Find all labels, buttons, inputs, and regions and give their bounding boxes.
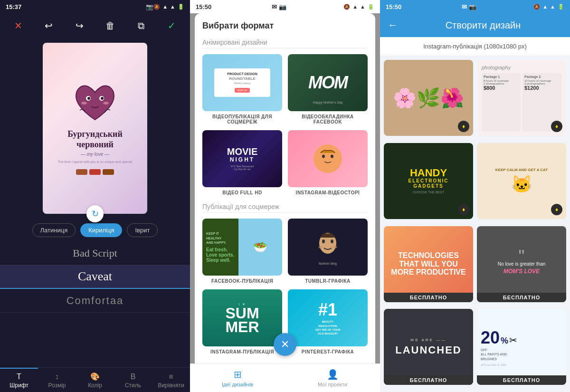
- deco-item-1: [76, 169, 87, 175]
- font-item-comfortaa[interactable]: Comfortaa: [0, 289, 190, 313]
- format-thumb-fb: KEEP IT HEALTHYAND HAPPY. Eat fresh.Love…: [202, 219, 282, 276]
- design-canvas[interactable]: Бургундський червоний — my love — The ti…: [43, 43, 147, 214]
- close-button[interactable]: ✕: [10, 17, 27, 34]
- format-label-tumblr: TUMBLR-ГРАФІКА: [305, 278, 351, 284]
- free-badge-20off: БЕСПЛАТНО: [477, 375, 566, 385]
- status-icons-1: 🔕 ▲ ▲ 🔋: [153, 4, 184, 10]
- canvas-sub-text: — my love —: [81, 152, 109, 157]
- format-thumb-tumblr: fashion blog: [288, 219, 368, 276]
- delete-button[interactable]: 🗑: [102, 17, 119, 34]
- status-icons-2: 🔕 ▲ ▲ 🔋: [343, 4, 374, 10]
- nav1-font[interactable]: T Шрифт: [0, 368, 38, 392]
- format-label-fullhd: ВІДЕО FULL HD: [222, 190, 262, 195]
- format-thumb-summer: I ♥ SUMMER: [202, 289, 282, 346]
- confirm-button[interactable]: ✓: [163, 17, 180, 34]
- svg-point-7: [322, 154, 325, 158]
- template-launched[interactable]: WE ARE —— LAUNCHED БЕСПЛАТНО: [384, 309, 473, 385]
- back-button[interactable]: ←: [388, 19, 398, 31]
- status-bar-1: 15:37 📷 🔕 ▲ ▲ 🔋: [0, 0, 190, 13]
- nav1-color[interactable]: 🎨 Колір: [76, 368, 114, 392]
- modal-overlay: Вибрати формат Анімировані дизайни PRODU…: [190, 13, 380, 363]
- font-item-caveat[interactable]: Caveat: [0, 265, 190, 289]
- template-cat[interactable]: KEEP CALM AND GET A Cat 🐱 ♦: [477, 143, 566, 219]
- refresh-button[interactable]: ↻: [86, 205, 104, 222]
- font-list: Bad Script Caveat Comfortaa: [0, 241, 190, 367]
- template-flowers[interactable]: 🌸🌿🌺 ♦: [384, 60, 473, 136]
- nav2-ideas[interactable]: ⊞ Ідеї дизайнів: [190, 364, 285, 392]
- nav1-size[interactable]: ↕ Розмір: [38, 368, 76, 392]
- tab-latin[interactable]: Латиниця: [32, 223, 76, 237]
- premium-badge-photo: ♦: [551, 121, 562, 132]
- status-time-3: 15:50: [386, 3, 401, 10]
- format-item-fullhd[interactable]: MOVIE NIGHT NYC Beer RestaurantCat Hop S…: [202, 130, 282, 195]
- format-item-fb-post[interactable]: KEEP IT HEALTHYAND HAPPY. Eat fresh.Love…: [202, 219, 282, 284]
- wifi-icon-3: ▲: [542, 4, 548, 10]
- format-label-ig-story: INSTAGRAM-ВІДЕОСТОРІ: [296, 190, 360, 195]
- launched-we: WE ARE ——: [410, 338, 446, 342]
- product-card: PRODUCT DESIGN ROUNDTABLE Weekly meetup …: [214, 68, 270, 97]
- nav2-projects-label: Мої проекти: [318, 382, 347, 387]
- nav2-ideas-label: Ідеї дизайнів: [222, 382, 253, 387]
- instagram-icon-2: 📷: [279, 3, 286, 10]
- undo-button[interactable]: ↩: [40, 17, 57, 34]
- canvas-main-text: Бургундський червоний: [67, 129, 123, 150]
- color-icon: 🎨: [90, 372, 100, 381]
- nav1-color-label: Колір: [88, 382, 102, 389]
- template-handy[interactable]: HANDY ELECTRONIC GADGETS CHOOSE THE BEST…: [384, 143, 473, 219]
- format-thumb-movie: MOVIE NIGHT NYC Beer RestaurantCat Hop S…: [202, 130, 282, 187]
- header3-title: Створити дизайн: [404, 20, 562, 31]
- template-photography[interactable]: photography Package 1 8 hours of coverag…: [477, 60, 566, 136]
- svg-point-4: [81, 102, 87, 105]
- format-thumb-product: PRODUCT DESIGN ROUNDTABLE Weekly meetup …: [202, 54, 282, 111]
- signal-icon-3: ▲: [550, 4, 555, 10]
- canvas-decoration: [76, 169, 114, 175]
- nav2-projects[interactable]: 👤 Мої проекти: [285, 364, 380, 392]
- templates-grid: 🌸🌿🌺 ♦ photography Package 1 8 hours of c…: [380, 56, 570, 392]
- format-item-ig-post[interactable]: I ♥ SUMMER INSTAGRAM-ПУБЛІКАЦІЯ: [202, 289, 282, 354]
- signal-icon-2: ▲: [360, 4, 365, 10]
- mute-icon-2: 🔕: [343, 4, 350, 10]
- format-item-pinterest[interactable]: #1 BEAUTYRESOLUTIONGET RID OF YOUROLD MA…: [288, 289, 368, 354]
- font-item-badscript[interactable]: Bad Script: [0, 241, 190, 265]
- format-item-tumblr[interactable]: fashion blog TUMBLR-ГРАФІКА: [288, 219, 368, 284]
- animated-formats-grid: PRODUCT DESIGN ROUNDTABLE Weekly meetup …: [202, 54, 368, 195]
- copy-button[interactable]: ⧉: [133, 17, 150, 34]
- format-item-fb-cover[interactable]: MOM Happy Mother's Day ВІДЕООБКЛАДИНКА F…: [288, 54, 368, 124]
- nav1-style[interactable]: B Стиль: [114, 368, 152, 392]
- template-tech[interactable]: TECHNOLOGIES THAT WILL YOU MORE PRODUCTI…: [384, 226, 473, 302]
- status-icons-3: 🔕 ▲ ▲ 🔋: [533, 4, 564, 10]
- close-modal-button[interactable]: ✕: [274, 333, 296, 356]
- mail-icon-3: ✉: [462, 3, 467, 10]
- redo-button[interactable]: ↪: [71, 17, 88, 34]
- premium-badge-flowers: ♦: [458, 121, 469, 132]
- free-badge-momlove: БЕСПЛАТНО: [477, 293, 566, 302]
- status-time-2: 15:50: [196, 3, 211, 10]
- battery-icon: 🔋: [178, 4, 184, 10]
- free-badge-tech: БЕСПЛАТНО: [384, 293, 473, 302]
- canvas-small-text: The time I spend with you is so unique a…: [51, 160, 139, 164]
- status-bar-2: 15:50 ✉ 📷 🔕 ▲ ▲ 🔋: [190, 0, 380, 13]
- template-momlove[interactable]: " No love is greater than MOM'S LOVE БЕС…: [477, 226, 566, 302]
- nav1-size-label: Розмір: [48, 382, 66, 389]
- editor-toolbar: ✕ ↩ ↪ 🗑 ⧉ ✓: [0, 13, 190, 38]
- tab-cyrillic[interactable]: Кириліця: [80, 223, 122, 237]
- panel1-editor: 15:37 📷 🔕 ▲ ▲ 🔋 ✕ ↩ ↪ 🗑 ⧉ ✓: [0, 0, 190, 392]
- off-text: OFFALL PAINTS ANDBRUSHES: [481, 348, 507, 362]
- format-item-video-social[interactable]: PRODUCT DESIGN ROUNDTABLE Weekly meetup …: [202, 54, 282, 124]
- status-icon-instagram: 📷: [146, 3, 153, 10]
- svg-point-3: [101, 97, 104, 100]
- format-item-ig-story[interactable]: INSTAGRAM-ВІДЕОСТОРІ: [288, 130, 368, 195]
- tab-hebrew[interactable]: Іврит: [127, 223, 158, 237]
- format-thumb-story: [288, 130, 368, 187]
- modal-title: Вибрати формат: [202, 21, 368, 31]
- format-modal: Вибрати формат Анімировані дизайни PRODU…: [195, 13, 375, 363]
- mute-icon: 🔕: [153, 4, 160, 10]
- mail-icon-2: ✉: [272, 3, 277, 10]
- deco-item-3: [103, 169, 114, 175]
- template-20off[interactable]: 20 % ✂ OFFALL PAINTS ANDBRUSHES 3476 Las…: [477, 309, 566, 385]
- status-bar-3: 15:50 ✉ 📷 🔕 ▲ ▲ 🔋: [380, 0, 570, 13]
- photography-packages: Package 1 8 hours of coverage 2 photogra…: [482, 73, 561, 131]
- instagram-icon-3: 📷: [469, 3, 476, 10]
- deco-item-2: [89, 169, 101, 175]
- nav1-align[interactable]: ≡ Вирівняти: [152, 368, 190, 392]
